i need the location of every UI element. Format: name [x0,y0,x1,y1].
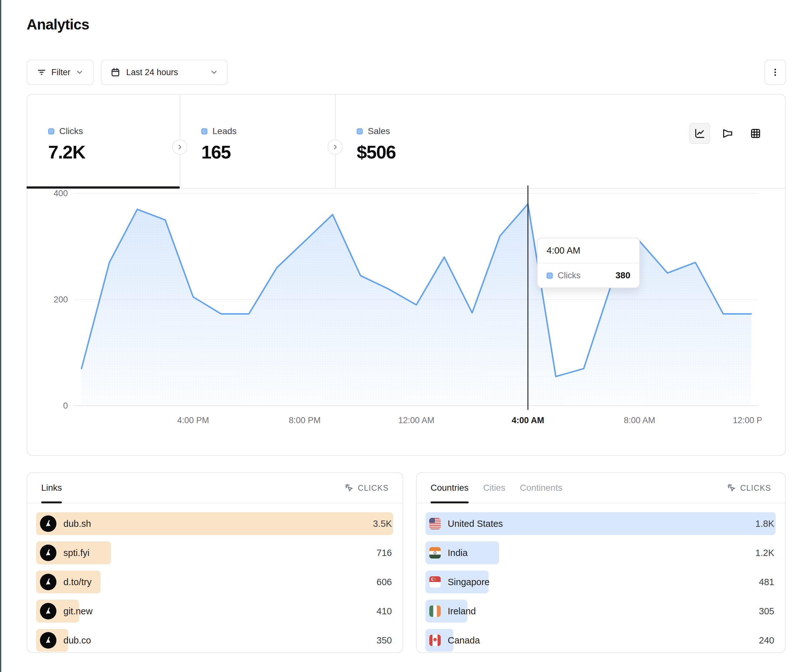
kebab-menu-icon [771,68,780,77]
flag-icon-sg [429,576,441,588]
table-toggle-button[interactable] [745,123,766,144]
line-chart-toggle-button[interactable] [689,123,710,144]
tab-countries[interactable]: Countries [431,473,469,503]
list-item[interactable]: United States1.8K [425,512,776,535]
row-label: dub.sh [63,518,91,529]
line-chart-icon [694,128,706,140]
expand-clicks-button[interactable] [172,140,188,155]
countries-list: United States1.8KIndia1.2KSingapore481Ir… [416,503,785,652]
dub-logo-icon [40,603,56,619]
list-item[interactable]: git.new410 [36,600,393,623]
cursor-click-icon [727,483,736,493]
tooltip-series-label: Clicks [558,271,580,281]
sales-value: $506 [357,142,491,163]
list-item[interactable]: Canada240 [425,629,776,652]
cursor-click-icon [345,483,354,493]
expand-leads-button[interactable] [328,140,343,155]
links-metric-selector[interactable]: CLICKS [345,483,389,493]
clicks-legend-swatch [48,128,54,135]
leads-tab-label: Leads [212,126,237,136]
row-label: India [448,548,467,558]
tooltip-value: 380 [616,270,630,281]
links-tab-label: Links [41,483,62,493]
countries-tab-label: Countries [431,483,469,493]
row-label: Singapore [448,577,490,587]
links-list: dub.sh3.5Kspti.fyi716d.to/try606git.new4… [27,503,403,652]
tab-continents[interactable]: Continents [520,473,563,503]
list-item[interactable]: India1.2K [425,541,776,564]
filter-icon [37,68,46,77]
chevron-down-icon [210,68,218,77]
table-grid-icon [749,128,762,140]
dub-logo-icon [40,632,56,648]
row-value: 3.5K [373,518,393,529]
list-item[interactable]: Ireland305 [425,600,776,623]
tooltip-legend-swatch [547,273,553,279]
row-value: 606 [377,577,393,587]
x-axis-label: 12:00 AM [398,416,434,425]
list-item[interactable]: d.to/try606 [36,571,393,594]
tooltip-time: 4:00 AM [538,238,639,263]
x-axis-label: 12:00 PM [733,416,762,425]
row-label: d.to/try [63,577,92,587]
row-value: 240 [759,635,776,646]
list-item[interactable]: dub.sh3.5K [36,512,393,535]
countries-panel: CountriesCitiesContinents CLICKS United … [416,472,786,653]
clicks-value: 7.2K [48,142,180,163]
flag-icon-ca [429,634,441,646]
date-range-button[interactable]: Last 24 hours [101,60,228,85]
tab-clicks[interactable]: Clicks 7.2K [27,94,180,188]
analytics-card: Clicks 7.2K Leads 165 Sales $506 [27,94,786,456]
stats-header: Clicks 7.2K Leads 165 Sales $506 [27,94,785,189]
clicks-area-chart[interactable]: 02004004:00 PM8:00 PM12:00 AM4:00 AM8:00… [48,179,762,432]
funnel-chart-toggle-button[interactable] [717,123,738,144]
row-label: dub.co [63,635,91,646]
page-title: Analytics [27,16,89,33]
y-axis-label: 200 [54,295,68,304]
x-axis-label: 8:00 PM [289,416,321,425]
x-axis-label: 4:00 PM [177,416,209,425]
list-item[interactable]: spti.fyi716 [36,541,393,564]
tab-leads[interactable]: Leads 165 [180,94,335,188]
list-item[interactable]: Singapore481 [425,571,776,594]
countries-metric-label: CLICKS [740,483,771,493]
flag-icon-ie [429,605,441,617]
row-value: 481 [759,577,776,587]
row-value: 716 [377,548,393,558]
chart-type-toggles [689,123,766,144]
filter-button-label: Filter [51,68,70,77]
row-label: United States [448,518,503,529]
row-value: 350 [377,635,393,646]
list-item[interactable]: dub.co350 [36,629,393,652]
row-value: 305 [759,606,776,617]
x-axis-label: 8:00 AM [624,416,655,425]
window-edge-strip [0,0,1,672]
filter-button[interactable]: Filter [27,60,94,85]
countries-metric-selector[interactable]: CLICKS [727,483,771,493]
flag-icon-in [429,547,441,559]
row-label: git.new [63,606,92,617]
calendar-icon [110,67,121,77]
row-value: 1.8K [755,518,776,529]
links-metric-label: CLICKS [358,483,389,493]
row-value: 410 [377,606,393,617]
row-label: Ireland [448,606,476,617]
dub-logo-icon [40,544,56,561]
dub-logo-icon [40,574,56,590]
y-axis-label: 0 [63,401,68,411]
row-label: spti.fyi [63,548,89,558]
links-panel: Links CLICKS dub.sh3.5Kspti.fyi716d.to/t… [27,472,403,653]
tab-links[interactable]: Links [41,473,62,503]
row-label: Canada [448,635,480,646]
row-value: 1.2K [755,548,776,558]
analytics-page: Analytics Filter Last 24 hours [0,0,812,672]
cities-tab-label: Cities [483,483,505,493]
tab-cities[interactable]: Cities [483,473,505,503]
dub-logo-icon [40,515,56,532]
chart-tooltip: 4:00 AM Clicks 380 [537,238,640,288]
more-options-button[interactable] [764,60,786,85]
tab-sales[interactable]: Sales $506 [335,94,491,188]
sales-tab-label: Sales [368,126,390,136]
flag-icon-us [429,518,441,529]
y-axis-label: 400 [54,189,68,198]
